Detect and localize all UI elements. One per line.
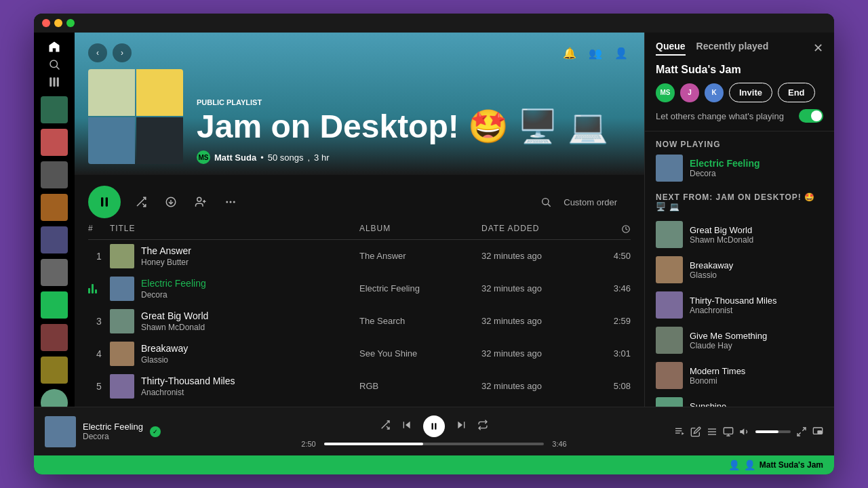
add-user-button[interactable] — [191, 192, 210, 211]
queue-tabs: Queue Recently played — [656, 41, 768, 56]
svg-rect-4 — [57, 77, 59, 87]
sidebar-thumb-7[interactable] — [41, 291, 68, 319]
list-item[interactable]: Great Big WorldShawn McDonald — [656, 217, 823, 252]
list-item[interactable]: BreakawayGlassio — [656, 252, 823, 287]
art-cell-br — [136, 117, 183, 164]
play-pause-button[interactable] — [88, 186, 121, 218]
svg-line-39 — [802, 428, 806, 431]
devices-icon[interactable] — [723, 426, 734, 437]
sidebar-thumb-3[interactable] — [41, 161, 68, 188]
svg-rect-3 — [54, 77, 56, 87]
qi-name: Sunshine — [690, 401, 737, 407]
svg-point-17 — [542, 199, 549, 205]
table-row[interactable]: 5 Thirty-Thousand Miles Anachronist RGB … — [88, 370, 631, 403]
close-button[interactable] — [42, 19, 50, 27]
edit-icon[interactable] — [690, 426, 701, 437]
list-item[interactable]: Modern TimesBonomi — [656, 358, 823, 393]
download-button[interactable] — [161, 192, 180, 211]
notification-icon[interactable]: 🔔 — [560, 43, 579, 62]
sidebar-thumb-4[interactable] — [41, 194, 68, 221]
track-duration: 3:46 — [590, 283, 631, 293]
jam-footer: 👤 👤 Matt Suda's Jam — [34, 455, 834, 474]
minimize-button[interactable] — [54, 19, 62, 27]
previous-button[interactable] — [401, 420, 412, 433]
repeat-icon[interactable] — [477, 420, 488, 433]
profile-icon[interactable]: 👤 — [612, 43, 631, 62]
song-count: 50 songs — [268, 152, 304, 163]
svg-line-40 — [797, 432, 801, 436]
svg-rect-2 — [50, 77, 52, 87]
friends-icon[interactable]: 👥 — [586, 43, 605, 62]
tab-queue[interactable]: Queue — [656, 41, 686, 56]
title-bar — [34, 14, 834, 33]
close-panel-button[interactable]: ✕ — [813, 41, 823, 56]
more-options-button[interactable] — [221, 192, 240, 211]
jam-footer-text[interactable]: 👤 👤 Matt Suda's Jam — [728, 460, 823, 470]
search-tracks-button[interactable] — [536, 192, 555, 211]
sidebar-thumb-9[interactable] — [41, 357, 68, 384]
sidebar-item-home[interactable] — [41, 41, 68, 53]
fullscreen-icon[interactable] — [796, 426, 807, 437]
volume-icon[interactable] — [739, 426, 750, 437]
table-row[interactable]: 4 Breakaway Glassio See You Shine 32 min… — [88, 338, 631, 370]
back-button[interactable]: ‹ — [88, 43, 107, 62]
custom-order-label: Custom order — [564, 197, 617, 207]
queue-header: Queue Recently played ✕ — [645, 33, 834, 64]
track-thumbnail — [110, 342, 134, 366]
col-title: Title — [110, 224, 359, 234]
track-date: 32 minutes ago — [481, 316, 590, 326]
sidebar-item-library[interactable] — [41, 76, 68, 88]
table-row[interactable]: 1 The Answer Honey Butter The Answer 32 … — [88, 240, 631, 272]
play-pause-icon[interactable] — [423, 415, 445, 437]
now-playing-label: Now playing — [656, 140, 823, 149]
svg-marker-22 — [406, 421, 410, 428]
meta-separator2: , — [307, 152, 310, 163]
let-others-toggle[interactable] — [799, 109, 823, 123]
shuffle-icon[interactable] — [380, 420, 391, 433]
pip-icon[interactable] — [812, 426, 823, 437]
progress-bar[interactable] — [324, 443, 544, 445]
svg-point-16 — [233, 201, 235, 203]
svg-rect-32 — [708, 428, 716, 429]
playlist-type: Public Playlist — [197, 98, 631, 106]
sidebar-thumb-6[interactable] — [41, 259, 68, 286]
track-album: Electric Feeling — [359, 283, 481, 293]
track-duration: 4:50 — [590, 251, 631, 261]
track-number: 5 — [88, 381, 110, 392]
queue-icon[interactable] — [674, 426, 685, 437]
playing-indicator — [88, 284, 110, 293]
svg-rect-33 — [708, 431, 716, 432]
table-row[interactable]: Electric Feeling Decora Electric Feeling… — [88, 272, 631, 305]
next-button[interactable] — [456, 420, 467, 433]
table-row[interactable]: 3 Great Big World Shawn McDonald The Sea… — [88, 305, 631, 338]
sidebar-thumb-5[interactable] — [41, 226, 68, 253]
sidebar-thumb-2[interactable] — [41, 129, 68, 156]
now-playing-info: Electric Feeling Decora ✓ — [45, 416, 194, 447]
playlist-details: Public Playlist Jam on Desktop! 🤩 🖥️ 💻 M… — [197, 98, 631, 164]
col-duration — [590, 224, 631, 234]
list-icon[interactable] — [707, 426, 717, 437]
sidebar-item-search[interactable] — [41, 58, 68, 70]
sidebar-thumb-10[interactable] — [41, 389, 68, 407]
shuffle-button[interactable] — [132, 192, 151, 211]
track-thumbnail — [110, 309, 134, 333]
track-album: The Search — [359, 316, 481, 326]
custom-order-button[interactable]: Custom order — [564, 197, 631, 207]
queue-now-playing[interactable]: Electric Feeling Decora — [656, 155, 823, 182]
duration: 3 hr — [314, 152, 329, 163]
track-name: Electric Feeling — [141, 278, 206, 289]
tab-recently-played[interactable]: Recently played — [696, 41, 769, 56]
volume-bar[interactable] — [755, 430, 791, 433]
fullscreen-button[interactable] — [66, 19, 75, 27]
list-item[interactable]: SunshineTigerweather — [656, 393, 823, 407]
svg-point-14 — [226, 201, 228, 203]
invite-button[interactable]: Invite — [729, 83, 772, 102]
end-button[interactable]: End — [778, 83, 815, 102]
forward-button[interactable]: › — [113, 43, 132, 62]
list-item[interactable]: Give Me SomethingClaude Hay — [656, 323, 823, 358]
sidebar-thumb-1[interactable] — [41, 96, 68, 123]
sidebar-thumb-8[interactable] — [41, 324, 68, 351]
qi-name: Modern Times — [690, 366, 745, 376]
list-item[interactable]: Thirty-Thousand MilesAnachronist — [656, 287, 823, 323]
track-date: 32 minutes ago — [481, 381, 590, 391]
